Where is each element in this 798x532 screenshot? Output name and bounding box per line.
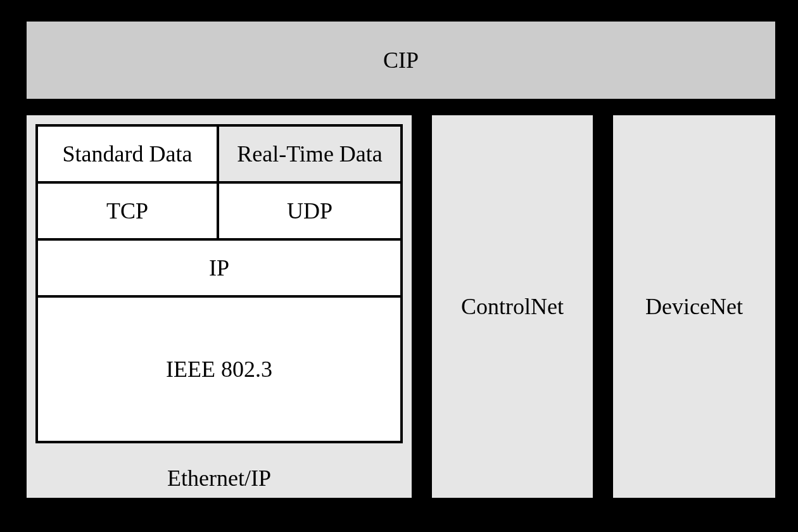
ieee-8023-cell: IEEE 802.3	[35, 295, 403, 443]
standard-data-cell: Standard Data	[35, 124, 219, 184]
cip-layer: CIP	[24, 19, 778, 101]
ethernet-ip-label: Ethernet/IP	[27, 465, 412, 491]
udp-label: UDP	[287, 198, 332, 224]
realtime-data-label: Real-Time Data	[237, 141, 383, 167]
ieee-8023-label: IEEE 802.3	[166, 356, 272, 383]
cip-stack-diagram: CIP Ethernet/IP Standard Data Real-Time …	[0, 0, 798, 532]
controlnet-column: ControlNet	[429, 113, 595, 500]
udp-cell: UDP	[217, 181, 403, 241]
ip-cell: IP	[35, 238, 403, 298]
standard-data-label: Standard Data	[63, 141, 193, 167]
controlnet-label: ControlNet	[461, 293, 564, 320]
devicenet-label: DeviceNet	[645, 293, 743, 320]
tcp-label: TCP	[106, 198, 148, 224]
realtime-data-cell: Real-Time Data	[217, 124, 403, 184]
devicenet-column: DeviceNet	[611, 113, 778, 500]
ip-label: IP	[209, 255, 229, 281]
tcp-cell: TCP	[35, 181, 219, 241]
cip-label: CIP	[383, 47, 419, 73]
